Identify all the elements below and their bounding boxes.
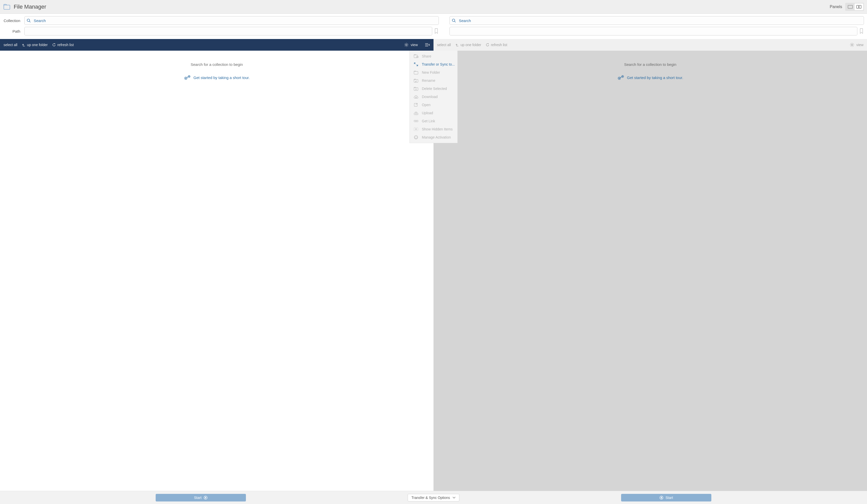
bookmark-icon[interactable] — [859, 29, 864, 34]
menu-item-download: Download — [410, 93, 457, 101]
up-one-folder-button[interactable]: up one folder — [455, 43, 481, 47]
start-label: Start — [665, 496, 673, 500]
refresh-list-label: refresh list — [491, 43, 507, 47]
tour-link[interactable]: Get started by taking a short tour. — [617, 75, 683, 80]
center-action-menu: ShareTransfer or Sync to...New FolderRen… — [409, 51, 458, 143]
fields-block: Collection Path — [0, 14, 867, 39]
panels-toggle-group — [845, 3, 864, 11]
tour-link-label: Get started by taking a short tour. — [193, 76, 250, 80]
menu-item-label: New Folder — [422, 70, 440, 75]
svg-rect-25 — [416, 120, 418, 122]
panels-label: Panels — [830, 4, 842, 9]
svg-point-14 — [185, 78, 186, 79]
show_hidden-icon — [413, 127, 419, 131]
menu-item-delete: Delete Selected — [410, 85, 457, 93]
collection-search-left[interactable] — [24, 16, 439, 25]
up-one-folder-label: up one folder — [27, 43, 48, 47]
up-arrow-icon — [22, 43, 25, 47]
delete-icon — [413, 86, 419, 91]
svg-line-7 — [454, 21, 456, 22]
panes: Search for a collection to begin Get sta… — [0, 51, 867, 491]
transfer-options-label: Transfer & Sync Options — [411, 496, 450, 500]
footer: Start Transfer & Sync Options Start — [0, 491, 867, 504]
view-label: view — [856, 43, 864, 47]
menu-item-transfer[interactable]: Transfer or Sync to... — [410, 60, 457, 68]
menu-item-upload: Upload — [410, 109, 457, 117]
menu-item-label: Open — [422, 103, 430, 107]
transfer-icon — [413, 62, 419, 67]
menu-item-label: Show Hidden Items — [422, 127, 452, 131]
svg-rect-1 — [848, 5, 853, 8]
svg-point-16 — [189, 76, 189, 77]
view-label: view — [411, 43, 418, 47]
activation-icon — [413, 135, 419, 140]
view-button[interactable]: view — [404, 43, 418, 47]
menu-item-open: Open — [410, 101, 457, 109]
menu-item-share: Share — [410, 52, 457, 60]
refresh-list-button[interactable]: refresh list — [486, 43, 507, 47]
gear-icon — [404, 43, 409, 47]
bookmark-icon[interactable] — [434, 29, 439, 34]
menu-item-label: Download — [422, 95, 438, 99]
collection-label: Collection — [3, 19, 20, 23]
left-toolbar: select all up one folder refresh list vi… — [0, 39, 434, 51]
svg-point-28 — [416, 129, 416, 129]
single-panel-button[interactable] — [846, 3, 855, 10]
rename-icon — [413, 78, 419, 83]
svg-point-8 — [406, 44, 407, 46]
menu-item-get_link: Get Link — [410, 117, 457, 125]
share-icon — [413, 54, 419, 58]
menu-item-label: Rename — [422, 78, 435, 83]
menu-item-label: Share — [422, 54, 431, 58]
menu-item-new_folder: New Folder — [410, 68, 457, 76]
tour-link[interactable]: Get started by taking a short tour. — [184, 75, 250, 80]
up-one-folder-button[interactable]: up one folder — [22, 43, 48, 47]
up-arrow-icon — [455, 43, 459, 47]
empty-message: Search for a collection to begin — [191, 62, 243, 67]
search-icon — [452, 19, 456, 23]
menu-item-label: Upload — [422, 111, 433, 115]
folder-icon — [3, 3, 11, 10]
open-icon — [413, 102, 419, 107]
up-one-folder-label: up one folder — [460, 43, 481, 47]
menu-item-show_hidden: Show Hidden Items — [410, 125, 457, 133]
path-input-left[interactable] — [24, 27, 432, 35]
search-icon — [26, 19, 31, 23]
menu-item-label: Get Link — [422, 119, 435, 123]
menu-item-rename: Rename — [410, 76, 457, 85]
path-label: Path — [3, 29, 20, 33]
svg-rect-0 — [4, 5, 10, 9]
collapse-menu-button[interactable] — [425, 43, 430, 47]
refresh-list-label: refresh list — [57, 43, 74, 47]
upload-icon — [413, 111, 419, 115]
svg-line-5 — [29, 21, 30, 22]
menu-item-label: Delete Selected — [422, 87, 447, 91]
path-row: Path — [3, 27, 864, 35]
tour-link-label: Get started by taking a short tour. — [627, 76, 683, 80]
svg-point-33 — [622, 76, 623, 77]
select-all-button[interactable]: select all — [3, 43, 17, 47]
menu-item-activation: Manage Activation — [410, 133, 457, 141]
dual-panel-button[interactable] — [855, 3, 863, 10]
play-left-icon — [660, 496, 663, 500]
start-right-button[interactable]: Start — [621, 494, 711, 502]
path-input-right[interactable] — [449, 27, 857, 35]
select-all-button[interactable]: select all — [437, 43, 451, 47]
collection-search-right[interactable] — [449, 16, 864, 25]
play-right-icon — [204, 496, 207, 500]
svg-point-4 — [27, 19, 30, 22]
right-pane: Search for a collection to begin Get sta… — [434, 51, 867, 491]
svg-rect-20 — [414, 72, 418, 74]
new_folder-icon — [413, 70, 419, 75]
start-left-button[interactable]: Start — [156, 494, 246, 502]
collection-row: Collection — [3, 16, 864, 25]
transfer-sync-options-button[interactable]: Transfer & Sync Options — [408, 494, 459, 502]
app-title: File Manager — [14, 3, 46, 10]
refresh-list-button[interactable]: refresh list — [52, 43, 74, 47]
view-button[interactable]: view — [850, 43, 864, 47]
start-label: Start — [194, 496, 202, 500]
svg-point-12 — [851, 44, 853, 46]
get_link-icon — [413, 119, 419, 123]
svg-point-31 — [619, 78, 620, 79]
chevron-down-icon — [452, 497, 456, 499]
